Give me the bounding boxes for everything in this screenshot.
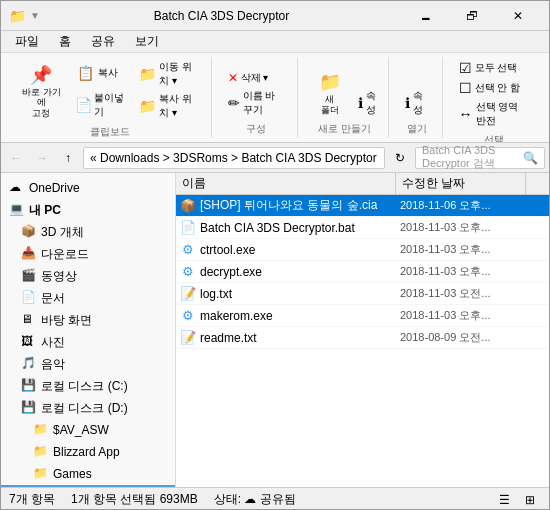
open-properties-button[interactable]: ℹ 속성	[401, 88, 434, 118]
address-path[interactable]: « Downloads > 3DSRoms > Batch CIA 3DS De…	[83, 147, 385, 169]
sidebar-item-music[interactable]: 🎵 음악	[1, 353, 175, 375]
item-count: 7개 항목	[9, 491, 55, 508]
table-row[interactable]: 📦 [SHOP] 튀어나와요 동물의 숲.cia 2018-11-06 오후..…	[176, 195, 549, 217]
pin-icon: 📌	[29, 63, 53, 87]
view-controls: ☰ ⊞	[493, 489, 541, 511]
sidebar-label-videos: 동영상	[41, 268, 77, 285]
sidebar-label-drive-c: 로컬 디스크 (C:)	[41, 378, 128, 395]
paste-label: 붙이넣기	[94, 91, 128, 119]
header-name[interactable]: 이름	[176, 173, 396, 194]
invert-selection-button[interactable]: ↔ 선택 영역 반전	[455, 99, 533, 129]
ribbon-group-new: 📁 새폴더 ℹ 속성 새로 만들기	[302, 57, 388, 138]
file-date-2: 2018-11-03 오후...	[400, 242, 530, 257]
table-row[interactable]: ⚙ makerom.exe 2018-11-03 오후...	[176, 305, 549, 327]
back-button[interactable]: ←	[5, 147, 27, 169]
sidebar-item-drive-c[interactable]: 💾 로컬 디스크 (C:)	[1, 375, 175, 397]
sidebar-item-games[interactable]: 📁 Games	[1, 463, 175, 485]
file-name-5: makerom.exe	[200, 309, 400, 323]
restore-button[interactable]: 🗗	[449, 1, 495, 31]
file-list: 📦 [SHOP] 튀어나와요 동물의 숲.cia 2018-11-06 오후..…	[176, 195, 549, 487]
table-row[interactable]: 📝 readme.txt 2018-08-09 오전...	[176, 327, 549, 349]
up-button[interactable]: ↑	[57, 147, 79, 169]
status-bar: 7개 항목 1개 항목 선택됨 693MB 상태: ☁ 공유됨 ☰ ⊞	[1, 487, 549, 510]
sidebar-label-onedrive: OneDrive	[29, 181, 80, 195]
sidebar-label-av-asw: $AV_ASW	[53, 423, 109, 437]
file-name-4: log.txt	[200, 287, 400, 301]
sidebar-item-downloads[interactable]: 📥 다운로드	[1, 243, 175, 265]
refresh-button[interactable]: ↻	[389, 147, 411, 169]
sidebar-label-my-pc: 내 PC	[29, 202, 61, 219]
table-row[interactable]: 📄 Batch CIA 3DS Decryptor.bat 2018-11-03…	[176, 217, 549, 239]
delete-button[interactable]: ✕ 삭제 ▾	[224, 70, 290, 86]
file-date-4: 2018-11-03 오전...	[400, 286, 530, 301]
file-name-0: [SHOP] 튀어나와요 동물의 숲.cia	[200, 197, 400, 214]
blizzard-icon: 📁	[33, 444, 49, 460]
sidebar-item-drive-d[interactable]: 💾 로컬 디스크 (D:)	[1, 397, 175, 419]
menu-home[interactable]: 홈	[53, 31, 77, 52]
copy-to-label: 복사 위치 ▾	[159, 92, 198, 120]
title-bar-icons: 📁 ▼	[9, 8, 40, 24]
delete-icon: ✕	[228, 71, 238, 85]
sidebar-item-videos[interactable]: 🎬 동영상	[1, 265, 175, 287]
paste-icon: 📄	[74, 93, 94, 117]
minimize-button[interactable]: 🗕	[403, 1, 449, 31]
select-all-button[interactable]: ☑ 모두 선택	[455, 59, 533, 77]
file-header: 이름 수정한 날짜	[176, 173, 549, 195]
open-properties-icon: ℹ	[405, 95, 410, 111]
pin-button[interactable]: 📌 바로 가기에고정	[17, 61, 66, 121]
sidebar-label-downloads: 다운로드	[41, 246, 89, 263]
sidebar-item-documents[interactable]: 📄 문서	[1, 287, 175, 309]
search-box[interactable]: Batch CIA 3DS Decryptor 검색 🔍	[415, 147, 545, 169]
window-controls[interactable]: 🗕 🗗 ✕	[403, 1, 541, 31]
sidebar-item-pictures[interactable]: 🖼 사진	[1, 331, 175, 353]
new-label: 새로 만들기	[318, 122, 371, 136]
properties-button[interactable]: ℹ 속성	[354, 88, 380, 118]
file-date-6: 2018-08-09 오전...	[400, 330, 530, 345]
invert-label: 선택 영역 반전	[476, 100, 529, 128]
header-date[interactable]: 수정한 날짜	[396, 173, 526, 194]
table-row[interactable]: ⚙ ctrtool.exe 2018-11-03 오후...	[176, 239, 549, 261]
file-area: 이름 수정한 날짜 📦 [SHOP] 튀어나와요 동물의 숲.cia 2018-…	[176, 173, 549, 487]
copy-icon: 📋	[74, 61, 98, 85]
menu-view[interactable]: 보기	[129, 31, 165, 52]
ribbon-group-clipboard: 📌 바로 가기에고정 📋 복사 📄 붙이넣기 📁 이동 위치 ▾	[9, 57, 212, 138]
sidebar-item-blizzard[interactable]: 📁 Blizzard App	[1, 441, 175, 463]
games-icon: 📁	[33, 466, 49, 482]
file-icon-1: 📄	[180, 220, 196, 236]
forward-button[interactable]: →	[31, 147, 53, 169]
copy-button[interactable]: 📋 복사	[70, 59, 132, 87]
copy-to-button[interactable]: 📁 복사 위치 ▾	[135, 91, 202, 121]
sidebar-item-my-pc[interactable]: 💻 내 PC	[1, 199, 175, 221]
open-label: 열기	[407, 122, 427, 136]
details-view-button[interactable]: ☰	[493, 489, 515, 511]
new-folder-button[interactable]: 📁 새폴더	[310, 68, 350, 118]
rename-button[interactable]: ✏ 이름 바꾸기	[224, 88, 290, 118]
paste-button[interactable]: 📄 붙이넣기	[70, 89, 132, 121]
select-none-button[interactable]: ☐ 선택 안 함	[455, 79, 533, 97]
sidebar-item-3d[interactable]: 📦 3D 개체	[1, 221, 175, 243]
table-row[interactable]: ⚙ decrypt.exe 2018-11-03 오후...	[176, 261, 549, 283]
copy-to-icon: 📁	[139, 98, 156, 114]
move-icon: 📁	[139, 66, 156, 82]
sidebar-item-desktop[interactable]: 🖥 바탕 화면	[1, 309, 175, 331]
sidebar-item-momzimmom[interactable]: 📁 Momzimmom	[1, 485, 175, 487]
close-button[interactable]: ✕	[495, 1, 541, 31]
sidebar: ☁ OneDrive 💻 내 PC 📦 3D 개체 📥 다운로드 🎬 동영상 📄…	[1, 173, 176, 487]
sidebar-label-games: Games	[53, 467, 92, 481]
select-none-icon: ☐	[459, 80, 472, 96]
videos-icon: 🎬	[21, 268, 37, 284]
file-name-2: ctrtool.exe	[200, 243, 400, 257]
sidebar-item-onedrive[interactable]: ☁ OneDrive	[1, 177, 175, 199]
tiles-view-button[interactable]: ⊞	[519, 489, 541, 511]
title-bar: 📁 ▼ Batch CIA 3DS Decryptor 🗕 🗗 ✕	[1, 1, 549, 31]
menu-share[interactable]: 공유	[85, 31, 121, 52]
table-row[interactable]: 📝 log.txt 2018-11-03 오전...	[176, 283, 549, 305]
music-icon: 🎵	[21, 356, 37, 372]
move-to-button[interactable]: 📁 이동 위치 ▾	[135, 59, 202, 89]
sidebar-item-av-asw[interactable]: 📁 $AV_ASW	[1, 419, 175, 441]
menu-file[interactable]: 파일	[9, 31, 45, 52]
drive-c-icon: 💾	[21, 378, 37, 394]
path-text: « Downloads > 3DSRoms > Batch CIA 3DS De…	[90, 151, 377, 165]
documents-icon: 📄	[21, 290, 37, 306]
window-title: Batch CIA 3DS Decryptor	[40, 9, 403, 23]
